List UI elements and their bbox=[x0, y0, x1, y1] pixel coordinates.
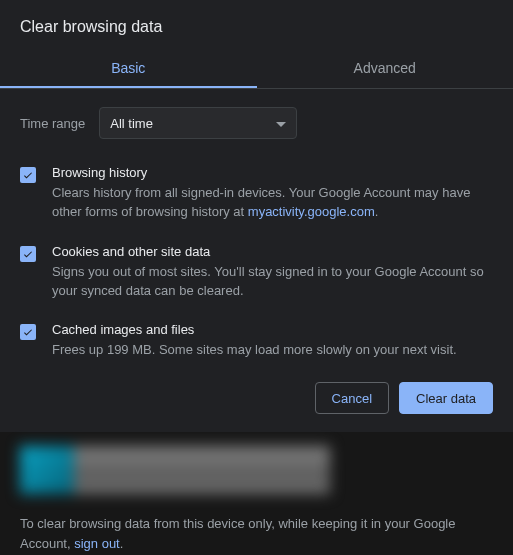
tabs: Basic Advanced bbox=[0, 48, 513, 89]
option-title: Cookies and other site data bbox=[52, 244, 493, 259]
tab-advanced[interactable]: Advanced bbox=[257, 48, 514, 88]
clear-browsing-data-dialog: Clear browsing data Basic Advanced Time … bbox=[0, 0, 513, 555]
myactivity-link[interactable]: myactivity.google.com bbox=[248, 204, 375, 219]
time-range-row: Time range All time bbox=[20, 107, 493, 139]
option-cache: Cached images and files Frees up 199 MB.… bbox=[20, 322, 493, 360]
dialog-content: Time range All time Browsing history Cle… bbox=[0, 89, 513, 360]
option-desc: Signs you out of most sites. You'll stay… bbox=[52, 263, 493, 301]
clear-data-button[interactable]: Clear data bbox=[399, 382, 493, 414]
time-range-value: All time bbox=[110, 116, 153, 131]
time-range-label: Time range bbox=[20, 116, 85, 131]
footer: To clear browsing data from this device … bbox=[0, 432, 513, 555]
option-text: Cached images and files Frees up 199 MB.… bbox=[52, 322, 493, 360]
dialog-buttons: Cancel Clear data bbox=[0, 360, 513, 432]
time-range-select[interactable]: All time bbox=[99, 107, 297, 139]
option-text: Browsing history Clears history from all… bbox=[52, 165, 493, 222]
chevron-down-icon bbox=[276, 116, 286, 131]
options-list: Browsing history Clears history from all… bbox=[20, 165, 493, 360]
cancel-button[interactable]: Cancel bbox=[315, 382, 389, 414]
avatar bbox=[20, 446, 74, 494]
checkbox-cookies[interactable] bbox=[20, 246, 36, 262]
tab-basic[interactable]: Basic bbox=[0, 48, 257, 88]
desc-text: . bbox=[375, 204, 379, 219]
account-text-redacted bbox=[74, 446, 330, 494]
footer-desc: . bbox=[120, 536, 124, 551]
footer-text: To clear browsing data from this device … bbox=[20, 514, 493, 553]
checkbox-cache[interactable] bbox=[20, 324, 36, 340]
account-info-redacted bbox=[20, 446, 330, 494]
option-desc: Frees up 199 MB. Some sites may load mor… bbox=[52, 341, 493, 360]
option-cookies: Cookies and other site data Signs you ou… bbox=[20, 244, 493, 301]
option-text: Cookies and other site data Signs you ou… bbox=[52, 244, 493, 301]
option-title: Browsing history bbox=[52, 165, 493, 180]
sign-out-link[interactable]: sign out bbox=[74, 536, 120, 551]
option-browsing-history: Browsing history Clears history from all… bbox=[20, 165, 493, 222]
option-desc: Clears history from all signed-in device… bbox=[52, 184, 493, 222]
option-title: Cached images and files bbox=[52, 322, 493, 337]
checkbox-browsing-history[interactable] bbox=[20, 167, 36, 183]
dialog-title: Clear browsing data bbox=[0, 0, 513, 48]
